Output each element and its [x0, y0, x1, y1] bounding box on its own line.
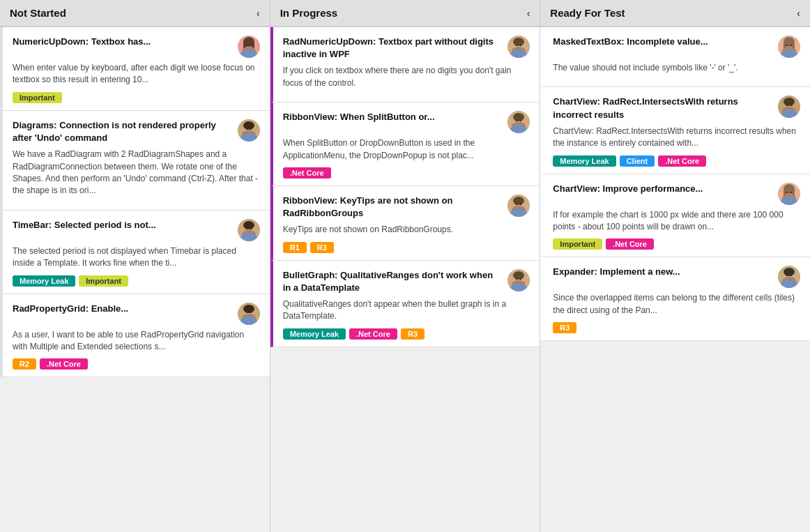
card-title-ns-4: RadPropertyGrid: Enable...	[13, 303, 232, 315]
kanban-board: Not Started‹NumericUpDown: Textbox has..…	[0, 0, 810, 532]
tag-memory-leak-ns-3[interactable]: Memory Leak	[13, 275, 75, 287]
cards-list-ready-for-test: MaskedTextBox: Incomplete value... The v…	[540, 27, 810, 341]
column-header-in-progress: In Progress‹	[270, 0, 540, 27]
card-ns-1[interactable]: NumericUpDown: Textbox has... When enter…	[0, 27, 270, 111]
column-in-progress: In Progress‹RadNumericUpDown: Textbox pa…	[270, 0, 541, 532]
svg-point-86	[786, 275, 788, 276]
card-tags-rft-2: Memory LeakClient.Net Core	[553, 155, 800, 167]
column-header-not-started: Not Started‹	[0, 0, 270, 27]
svg-point-71	[790, 105, 792, 106]
svg-point-70	[786, 105, 788, 106]
card-body-ip-1: If you click on textbox where there are …	[283, 65, 530, 89]
card-body-ip-2: When SplitButton or DropDownButton is us…	[283, 137, 530, 162]
column-title-not-started: Not Started	[10, 7, 66, 19]
tag-dotnet-core-rft-2[interactable]: .Net Core	[658, 155, 706, 167]
card-body-rft-1: The value should not include symbols lik…	[553, 62, 800, 74]
card-ip-2[interactable]: RibbonView: When SplitButton or... When …	[270, 102, 540, 186]
tag-client-rft-2[interactable]: Client	[620, 155, 655, 167]
card-avatar-ns-1	[238, 36, 260, 58]
tag-r3-rft-4[interactable]: R3	[553, 322, 576, 333]
tag-r3-ip-4[interactable]: R3	[401, 328, 425, 340]
card-avatar-ip-3	[507, 195, 530, 217]
svg-point-64	[790, 45, 792, 46]
card-ip-3[interactable]: RibbonView: KeyTips are not shown on Rad…	[270, 186, 540, 261]
svg-point-39	[513, 113, 524, 121]
card-tags-ns-3: Memory LeakImportant	[13, 275, 260, 287]
tag-dotnet-core-rft-3[interactable]: .Net Core	[606, 238, 654, 250]
card-title-ip-2: RibbonView: When SplitButton or...	[283, 111, 503, 123]
tag-dotnet-core-ip-2[interactable]: .Net Core	[283, 167, 331, 178]
svg-point-34	[520, 45, 521, 46]
column-ready-for-test: Ready For Test‹MaskedTextBox: Incomplete…	[540, 0, 810, 532]
column-chevron-not-started[interactable]: ‹	[257, 8, 260, 19]
card-avatar-ip-4	[507, 269, 530, 291]
tag-r2-ns-4[interactable]: R2	[13, 358, 36, 370]
tag-important-ns-1[interactable]: Important	[13, 92, 62, 103]
card-ip-1[interactable]: RadNumericUpDown: Textbox part without d…	[270, 27, 540, 102]
card-rft-4[interactable]: Expander: Implement a new... Since the o…	[540, 257, 810, 341]
card-tags-ns-4: R2.Net Core	[13, 358, 260, 370]
card-tags-rft-4: R3	[553, 322, 800, 333]
cards-list-not-started: NumericUpDown: Textbox has... When enter…	[0, 27, 270, 377]
svg-point-48	[520, 204, 521, 205]
card-top-ns-1: NumericUpDown: Textbox has...	[13, 36, 260, 58]
column-chevron-in-progress[interactable]: ‹	[527, 8, 530, 19]
card-title-ip-3: RibbonView: KeyTips are not shown on Rad…	[283, 195, 503, 220]
card-rft-1[interactable]: MaskedTextBox: Incomplete value... The v…	[540, 27, 810, 87]
tag-memory-leak-ip-4[interactable]: Memory Leak	[283, 328, 346, 340]
svg-point-41	[520, 120, 521, 121]
card-avatar-ns-3	[238, 219, 260, 241]
svg-point-47	[516, 204, 517, 205]
svg-point-53	[513, 271, 524, 280]
card-tags-ns-1: Important	[13, 92, 260, 103]
column-chevron-ready-for-test[interactable]: ‹	[797, 8, 800, 19]
svg-point-32	[513, 38, 524, 46]
card-ns-4[interactable]: RadPropertyGrid: Enable... As a user, I …	[0, 294, 270, 378]
tag-memory-leak-rft-2[interactable]: Memory Leak	[553, 155, 616, 167]
card-body-ip-4: QualitativeRanges don't appear when the …	[283, 298, 530, 323]
tag-dotnet-core-ns-4[interactable]: .Net Core	[40, 358, 88, 370]
card-body-ns-2: We have a RadDiagram with 2 RadDiagramSh…	[13, 149, 260, 197]
svg-point-19	[245, 228, 247, 229]
card-title-rft-3: ChartView: Improve performance...	[553, 183, 772, 195]
card-tags-ip-2: .Net Core	[283, 167, 530, 178]
card-ns-2[interactable]: Diagrams: Connection is not rendered pro…	[0, 111, 270, 211]
card-body-ns-3: The selected period is not displayed whe…	[13, 245, 260, 270]
card-top-rft-2: ChartView: RadRect.IntersectsWith return…	[553, 96, 800, 121]
card-top-rft-1: MaskedTextBox: Incomplete value...	[553, 36, 800, 58]
card-rft-2[interactable]: ChartView: RadRect.IntersectsWith return…	[540, 87, 810, 174]
card-title-ns-2: Diagrams: Connection is not rendered pro…	[13, 119, 232, 144]
card-title-rft-2: ChartView: RadRect.IntersectsWith return…	[553, 96, 772, 121]
card-tags-rft-3: Important.Net Core	[553, 238, 800, 250]
card-top-ns-2: Diagrams: Connection is not rendered pro…	[13, 119, 260, 144]
card-top-ns-3: TimeBar: Selected period is not...	[13, 219, 260, 241]
card-top-ns-4: RadPropertyGrid: Enable...	[13, 303, 260, 325]
card-tags-ip-4: Memory Leak.Net CoreR3	[283, 328, 530, 340]
svg-point-85	[784, 268, 795, 276]
card-title-ns-3: TimeBar: Selected period is not...	[13, 219, 232, 231]
tag-r3-ip-3[interactable]: R3	[310, 242, 334, 253]
card-rft-3[interactable]: ChartView: Improve performance... If for…	[540, 174, 810, 258]
card-avatar-rft-1	[778, 36, 800, 58]
card-body-rft-3: If for example the chart is 1000 px wide…	[553, 209, 800, 234]
svg-point-63	[786, 45, 788, 46]
card-avatar-rft-2	[778, 96, 800, 118]
card-avatar-rft-3	[778, 183, 800, 205]
svg-point-87	[790, 275, 792, 276]
svg-point-26	[245, 311, 247, 312]
column-not-started: Not Started‹NumericUpDown: Textbox has..…	[0, 0, 270, 532]
column-title-in-progress: In Progress	[280, 7, 338, 19]
svg-point-6	[250, 45, 251, 46]
card-title-ip-4: BulletGraph: QualitativeRanges don't wor…	[283, 269, 503, 294]
svg-point-27	[250, 311, 251, 312]
tag-dotnet-core-ip-4[interactable]: .Net Core	[349, 328, 397, 340]
svg-point-20	[250, 228, 251, 229]
card-ns-3[interactable]: TimeBar: Selected period is not... The s…	[0, 211, 270, 294]
card-top-rft-4: Expander: Implement a new...	[553, 266, 800, 288]
column-title-ready-for-test: Ready For Test	[550, 7, 625, 19]
tag-r1-ip-3[interactable]: R1	[283, 242, 307, 253]
card-ip-4[interactable]: BulletGraph: QualitativeRanges don't wor…	[270, 261, 540, 347]
tag-important-rft-3[interactable]: Important	[553, 238, 602, 250]
tag-important-ns-3[interactable]: Important	[79, 275, 128, 287]
svg-point-11	[243, 121, 254, 130]
